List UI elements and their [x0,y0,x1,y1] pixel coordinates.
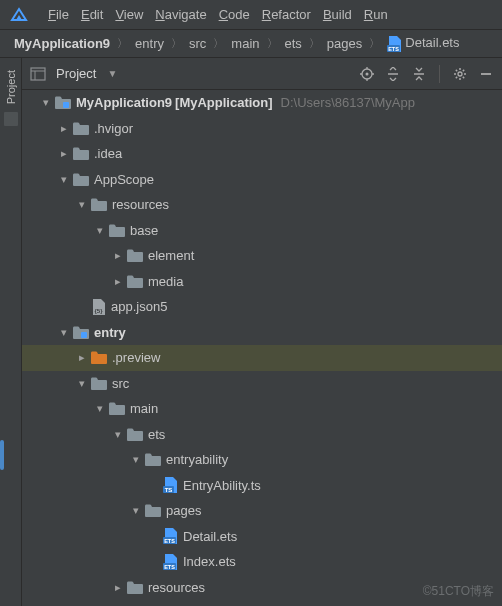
ets-icon: ETS [163,528,178,544]
svg-text:{5}: {5} [94,308,103,314]
tree-arrow-icon[interactable] [112,275,124,288]
breadcrumb-item[interactable]: pages [325,36,364,51]
breadcrumb-separator: 〉 [117,36,128,51]
ts-icon: TS [163,477,178,493]
module-icon [55,96,71,109]
tree-arrow-icon[interactable] [58,147,70,160]
tree-arrow-icon[interactable] [76,351,88,364]
tree-node-label: .hvigor [94,121,133,136]
menu-build[interactable]: Build [317,4,358,25]
tree-node-label: Index.ets [183,554,236,569]
locate-icon[interactable] [359,66,375,82]
tree-node[interactable]: element [22,243,502,269]
sidebar-tab-project[interactable]: Project [5,70,17,104]
tree-arrow-icon[interactable] [76,198,88,211]
tree-arrow-icon[interactable] [58,122,70,135]
tree-node-label: app.json5 [111,299,167,314]
menu-code[interactable]: Code [213,4,256,25]
tree-node[interactable]: ETSIndex.ets [22,549,502,575]
tree-node[interactable]: pages [22,498,502,524]
tree-arrow-icon[interactable] [76,377,88,390]
tree-arrow-icon[interactable] [94,224,106,237]
breadcrumb-item[interactable]: src [187,36,208,51]
svg-text:ETS: ETS [388,46,399,52]
tree-node-label: main [130,401,158,416]
menu-refactor[interactable]: Refactor [256,4,317,25]
tree-node[interactable]: .idea [22,141,502,167]
tree-node[interactable]: entryability [22,447,502,473]
sidebar-tab-icon[interactable] [4,112,18,126]
tree-arrow-icon[interactable] [58,326,70,339]
sidebar-tool-strip: Project [0,58,22,606]
tree-node-label: EntryAbility.ts [183,478,261,493]
tree-arrow-icon[interactable] [112,249,124,262]
project-selector[interactable]: Project ▼ [30,66,117,81]
tree-node[interactable]: MyApplication9[MyApplication]D:\Users\86… [22,90,502,116]
tree-arrow-icon[interactable] [112,581,124,594]
tree-node[interactable]: ETSDetail.ets [22,524,502,550]
tree-node[interactable]: .hvigor [22,116,502,142]
tree-node[interactable]: resources [22,192,502,218]
svg-text:ETS: ETS [164,538,175,544]
svg-line-19 [463,76,464,77]
tree-node[interactable]: base [22,218,502,244]
tree-node[interactable]: .preview [22,345,502,371]
menu-run[interactable]: Run [358,4,394,25]
project-toolbar: Project ▼ [22,58,502,90]
gear-icon[interactable] [452,66,468,82]
json5-icon: {5} [91,299,106,315]
breadcrumb-item[interactable]: main [229,36,261,51]
tree-node[interactable]: TSEntryAbility.ts [22,473,502,499]
tree-arrow-icon[interactable] [40,96,52,109]
tree-node[interactable]: media [22,269,502,295]
menu-edit[interactable]: Edit [75,4,109,25]
module-bracket: [MyApplication] [175,95,273,110]
tree-node-label: src [112,376,129,391]
menu-view[interactable]: View [109,4,149,25]
breadcrumb-item[interactable]: entry [133,36,166,51]
folder-icon [73,122,89,135]
menu-bar: FileEditViewNavigateCodeRefactorBuildRun [0,0,502,30]
folder-icon [127,249,143,262]
tree-node[interactable]: {5}app.json5 [22,294,502,320]
folder-icon [145,504,161,517]
tree-arrow-icon[interactable] [112,428,124,441]
tree-node[interactable]: resources [22,575,502,601]
expand-all-icon[interactable] [385,66,401,82]
svg-rect-2 [31,68,45,80]
tree-arrow-icon[interactable] [130,453,142,466]
folder-icon [73,147,89,160]
breadcrumb-item[interactable]: ets [283,36,304,51]
tree-node-label: entry [94,325,126,340]
separator [439,65,440,83]
tree-node[interactable]: entry [22,320,502,346]
tree-node[interactable]: main [22,396,502,422]
node-path-dim: D:\Users\86137\MyApp [281,95,415,110]
tree-arrow-icon[interactable] [58,173,70,186]
hide-icon[interactable] [478,66,494,82]
folder-icon [145,453,161,466]
folder-icon [127,428,143,441]
tree-node[interactable]: ets [22,422,502,448]
svg-point-13 [458,72,462,76]
app-logo-icon [10,6,28,24]
menu-file[interactable]: File [42,4,75,25]
svg-rect-25 [81,332,87,338]
svg-text:TS: TS [165,487,173,493]
ets-icon: ETS [163,554,178,570]
breadcrumb-separator: 〉 [369,36,380,51]
collapse-all-icon[interactable] [411,66,427,82]
tree-node-label: ets [148,427,165,442]
svg-rect-23 [63,102,69,108]
tree-arrow-icon[interactable] [130,504,142,517]
tree-node[interactable]: AppScope [22,167,502,193]
tree-node[interactable]: src [22,371,502,397]
breadcrumb-separator: 〉 [267,36,278,51]
folder-icon [109,224,125,237]
tree-arrow-icon[interactable] [94,402,106,415]
breadcrumb-item[interactable]: ETSDetail.ets [385,35,461,52]
breadcrumb-item[interactable]: MyApplication9 [12,36,112,51]
breadcrumb-separator: 〉 [171,36,182,51]
project-label: Project [56,66,96,81]
menu-navigate[interactable]: Navigate [149,4,212,25]
